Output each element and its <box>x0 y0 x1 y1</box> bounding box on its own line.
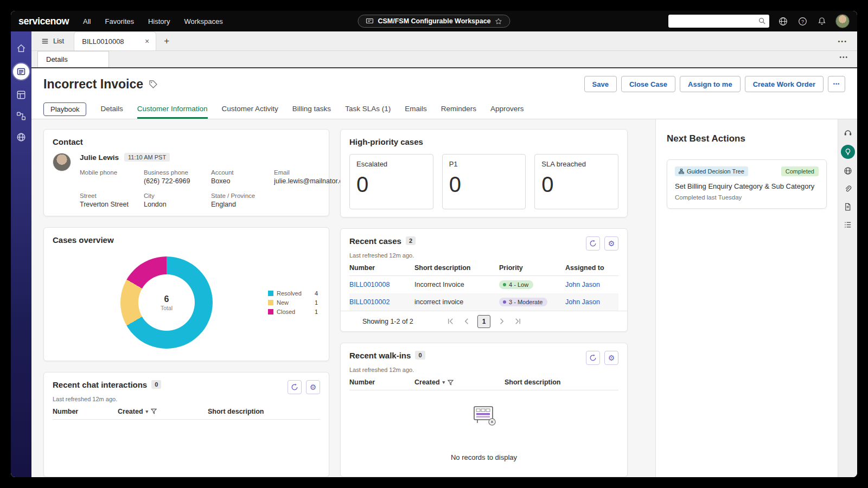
home-icon[interactable] <box>15 42 27 54</box>
tab-overflow-button[interactable]: ••• <box>828 31 857 50</box>
filter-icon[interactable] <box>151 408 157 414</box>
table-row[interactable]: BILL0010002 incorrect invoice 3 - Modera… <box>349 293 618 311</box>
nav-history[interactable]: History <box>148 17 170 25</box>
tab-customer-activity[interactable]: Customer Activity <box>222 100 278 119</box>
tab-billing-tasks[interactable]: Billing tasks <box>292 100 331 119</box>
col-short-description[interactable]: Short description <box>414 264 499 272</box>
refresh-icon[interactable] <box>288 380 302 394</box>
col-created[interactable]: Created▾ <box>118 408 208 415</box>
metric-p1[interactable]: P10 <box>442 154 526 209</box>
tab-reminders[interactable]: Reminders <box>441 100 476 119</box>
close-case-button[interactable]: Close Case <box>621 76 675 92</box>
sub-tab-overflow-button[interactable]: ••• <box>839 54 848 60</box>
tab-approvers[interactable]: Approvers <box>490 100 524 119</box>
sort-desc-icon: ▾ <box>146 409 149 414</box>
attachment-paperclip-icon[interactable] <box>842 183 854 195</box>
workflow-icon[interactable] <box>15 110 27 122</box>
tab-emails[interactable]: Emails <box>405 100 427 119</box>
agent-assist-icon[interactable] <box>842 127 854 139</box>
svg-text:?: ? <box>801 18 803 24</box>
record-more-actions-button[interactable]: ••• <box>828 76 845 92</box>
nav-favorites[interactable]: Favorites <box>105 17 134 25</box>
settings-gear-icon[interactable]: ⚙ <box>306 380 320 394</box>
new-tab-button[interactable]: + <box>156 31 177 50</box>
cases-donut[interactable]: 6 Total <box>120 256 213 349</box>
metric-sla-breached[interactable]: SLA breached0 <box>534 154 618 209</box>
workspace-switcher-pill[interactable]: CSM/FSM Configurable Workspace <box>358 15 510 28</box>
contact-avatar[interactable] <box>53 153 71 171</box>
legend-swatch-resolved <box>268 291 273 296</box>
col-assigned-to[interactable]: Assigned to <box>565 264 618 272</box>
panel-title: Next Best Actions <box>667 133 827 144</box>
knowledge-globe-icon[interactable] <box>842 165 854 177</box>
save-button[interactable]: Save <box>584 76 617 92</box>
details-sub-tab[interactable]: Details <box>37 51 109 67</box>
filter-icon[interactable] <box>448 380 454 386</box>
search-input[interactable] <box>668 15 769 28</box>
decision-tree-icon <box>679 169 684 174</box>
suggestions-lightbulb-icon[interactable] <box>841 145 855 159</box>
completed-status-badge: Completed <box>781 166 819 176</box>
table-row[interactable]: BILL0010008 Incorrect Invoice 4 - Low Jo… <box>349 276 618 293</box>
assigned-to-link[interactable]: John Jason <box>565 281 618 288</box>
dashboard-cards: Contact Julie Lewis 11:10 AM PST M <box>31 119 655 477</box>
recent-cases-header-row: Number Short description Priority Assign… <box>349 264 618 276</box>
col-priority[interactable]: Priority <box>499 264 565 272</box>
last-page-icon[interactable] <box>512 316 523 327</box>
metric-escalated[interactable]: Escalated0 <box>349 154 433 209</box>
refresh-icon[interactable] <box>586 236 600 251</box>
nav-all[interactable]: All <box>83 17 91 25</box>
tab-details[interactable]: Details <box>100 100 123 119</box>
servicenow-logo: servicenow <box>18 16 69 27</box>
help-icon[interactable]: ? <box>796 15 808 27</box>
search-icon[interactable] <box>758 17 766 25</box>
col-short-description[interactable]: Short description <box>208 408 320 415</box>
document-icon[interactable] <box>842 201 854 213</box>
legend-new[interactable]: New1 <box>268 299 318 306</box>
legend-resolved[interactable]: Resolved4 <box>268 290 318 297</box>
next-best-action-item[interactable]: Guided Decision Tree Completed Set Billi… <box>667 159 827 209</box>
settings-gear-icon[interactable]: ⚙ <box>604 236 618 251</box>
world-icon[interactable] <box>15 131 27 143</box>
list-menu-icon[interactable] <box>13 63 29 80</box>
case-number-link[interactable]: BILL0010002 <box>349 298 414 306</box>
globe-icon[interactable] <box>777 15 789 27</box>
first-page-icon[interactable] <box>445 316 456 327</box>
settings-gear-icon[interactable]: ⚙ <box>604 351 618 365</box>
tab-task-slas[interactable]: Task SLAs (1) <box>345 100 391 119</box>
case-number-link[interactable]: BILL0010008 <box>349 281 414 288</box>
next-page-icon[interactable] <box>496 316 507 327</box>
notifications-bell-icon[interactable] <box>816 15 828 27</box>
assigned-to-link[interactable]: John Jason <box>565 298 618 306</box>
favorite-star-icon[interactable] <box>495 18 502 25</box>
nav-workspaces[interactable]: Workspaces <box>184 17 222 25</box>
list-tab[interactable]: List <box>31 31 74 50</box>
col-number[interactable]: Number <box>349 378 414 386</box>
sub-tab-bar: Details ••• <box>31 51 857 68</box>
col-created[interactable]: Created▾ <box>414 378 505 386</box>
prev-page-icon[interactable] <box>461 316 472 327</box>
dashboard-icon[interactable] <box>15 89 27 101</box>
legend-closed[interactable]: Closed1 <box>268 309 318 315</box>
create-work-order-button[interactable]: Create Work Order <box>745 76 824 92</box>
current-page[interactable]: 1 <box>477 315 490 328</box>
high-priority-title: High-priority cases <box>349 137 618 146</box>
record-tab-bill0010008[interactable]: BILL0010008 × <box>74 31 156 50</box>
col-number[interactable]: Number <box>349 264 414 272</box>
tab-customer-information[interactable]: Customer Information <box>137 100 208 119</box>
details-list-icon[interactable] <box>842 219 854 230</box>
recent-cases-refreshed: Last refreshed 12m ago. <box>349 252 618 259</box>
col-short-description[interactable]: Short description <box>505 378 618 386</box>
tab-playbook[interactable]: Playbook <box>43 102 86 116</box>
tag-icon[interactable] <box>149 80 157 88</box>
contact-field-account: AccountBoxeo <box>211 169 274 185</box>
col-number[interactable]: Number <box>53 408 118 415</box>
workspace-title: CSM/FSM Configurable Workspace <box>378 17 490 25</box>
assign-to-me-button[interactable]: Assign to me <box>680 76 741 92</box>
close-tab-icon[interactable]: × <box>144 37 150 46</box>
contact-field-city: CityLondon <box>144 192 211 208</box>
no-records-text: No records to display <box>451 453 517 461</box>
user-avatar[interactable] <box>835 14 850 28</box>
record-tab-label: BILL0010008 <box>82 37 124 46</box>
refresh-icon[interactable] <box>586 351 600 365</box>
